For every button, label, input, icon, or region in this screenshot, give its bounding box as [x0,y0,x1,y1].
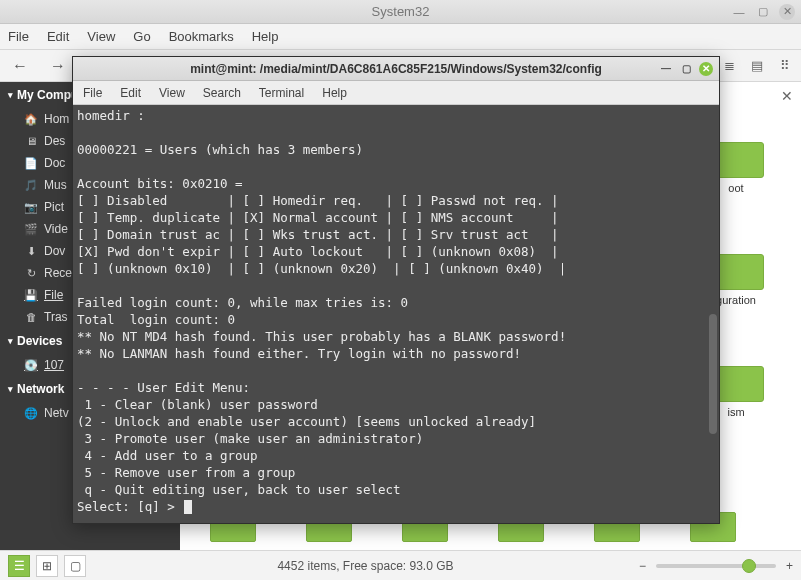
view-grid-icon[interactable]: ⠿ [775,56,795,76]
terminal-menu-edit[interactable]: Edit [120,86,141,100]
sidebar-item-label: Dov [44,244,65,258]
menu-go[interactable]: Go [133,29,150,44]
videos-icon: 🎬 [24,223,38,236]
menu-help[interactable]: Help [252,29,279,44]
documents-icon: 📄 [24,157,38,170]
sidebar-item-label: File [44,288,63,302]
downloads-icon: ⬇ [24,245,38,258]
trash-icon: 🗑 [24,311,38,323]
terminal-cursor [184,500,192,514]
pictures-icon: 📷 [24,201,38,214]
view-compact-icon[interactable]: ▤ [747,56,767,76]
status-bar: ☰ ⊞ ▢ 4452 items, Free space: 93.0 GB − … [0,550,801,580]
main-titlebar: System32 — ▢ ✕ [0,0,801,24]
close-tab-icon[interactable]: ✕ [781,88,793,104]
terminal-menu-file[interactable]: File [83,86,102,100]
disk-icon: 💽 [24,359,38,372]
zoom-slider[interactable] [656,564,776,568]
recent-icon: ↻ [24,267,38,280]
status-text: 4452 items, Free space: 93.0 GB [92,559,639,573]
hide-sidebar-button[interactable]: ▢ [64,555,86,577]
terminal-menu-view[interactable]: View [159,86,185,100]
terminal-menubar: File Edit View Search Terminal Help [73,81,719,105]
sidebar-item-label: Hom [44,112,69,126]
zoom-in-icon[interactable]: + [786,559,793,573]
menu-edit[interactable]: Edit [47,29,69,44]
sidebar-item-label: Rece [44,266,72,280]
window-title: System32 [372,4,430,19]
menu-view[interactable]: View [87,29,115,44]
main-menubar: File Edit View Go Bookmarks Help [0,24,801,50]
terminal-window[interactable]: mint@mint: /media/mint/DA6C861A6C85F215/… [72,56,720,524]
minimize-button[interactable]: — [731,4,747,20]
home-icon: 🏠 [24,113,38,126]
filesystem-icon: 💾 [24,289,38,302]
terminal-close-button[interactable]: ✕ [699,62,713,76]
menu-bookmarks[interactable]: Bookmarks [169,29,234,44]
close-button[interactable]: ✕ [779,4,795,20]
terminal-menu-search[interactable]: Search [203,86,241,100]
terminal-titlebar[interactable]: mint@mint: /media/mint/DA6C861A6C85F215/… [73,57,719,81]
zoom-out-icon[interactable]: − [639,559,646,573]
terminal-menu-help[interactable]: Help [322,86,347,100]
terminal-menu-terminal[interactable]: Terminal [259,86,304,100]
terminal-prompt: Select: [q] > [77,499,182,514]
terminal-scrollbar[interactable] [709,314,717,434]
sidebar-item-label: Des [44,134,65,148]
show-tree-button[interactable]: ⊞ [36,555,58,577]
sidebar-item-label: Netv [44,406,69,420]
show-places-button[interactable]: ☰ [8,555,30,577]
maximize-button[interactable]: ▢ [755,4,771,20]
sidebar-item-label: Tras [44,310,68,324]
back-button[interactable]: ← [6,55,34,77]
terminal-minimize-button[interactable]: — [659,62,673,76]
terminal-maximize-button[interactable]: ▢ [679,62,693,76]
menu-file[interactable]: File [8,29,29,44]
view-list-icon[interactable]: ≣ [719,56,739,76]
terminal-output: homedir : 00000221 = Users (which has 3 … [77,108,566,497]
sidebar-item-label: Doc [44,156,65,170]
terminal-title: mint@mint: /media/mint/DA6C861A6C85F215/… [190,62,602,76]
forward-button[interactable]: → [44,55,72,77]
terminal-body[interactable]: homedir : 00000221 = Users (which has 3 … [73,105,719,523]
music-icon: 🎵 [24,179,38,192]
desktop-icon: 🖥 [24,135,38,147]
sidebar-item-label: Mus [44,178,67,192]
sidebar-item-label: 107 [44,358,64,372]
sidebar-item-label: Vide [44,222,68,236]
sidebar-item-label: Pict [44,200,64,214]
network-icon: 🌐 [24,407,38,420]
